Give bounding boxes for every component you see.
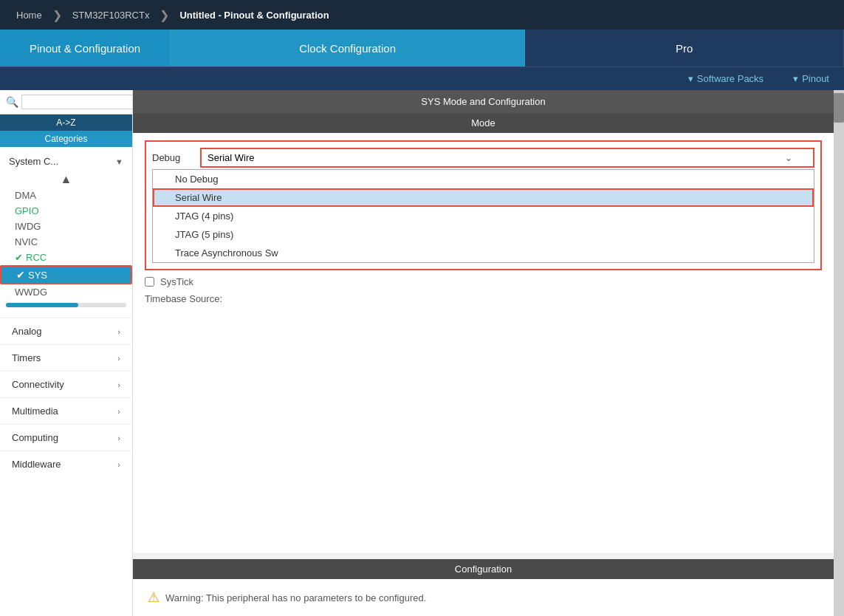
tab-bar: Pinout & Configuration Clock Configurati… [0,30,844,66]
sidebar-item-gpio[interactable]: GPIO [0,203,132,219]
subtab-pinout[interactable]: ▾ Pinout [778,67,844,91]
search-icon: 🔍 [6,96,18,108]
system-group[interactable]: System C... ▼ [0,151,132,171]
option-serial-wire[interactable]: Serial Wire [153,188,814,207]
connectivity-chevron: › [117,380,120,389]
sidebar-item-analog[interactable]: Analog › [0,318,132,344]
breadcrumb-bar: Home ❯ STM32F103RCTx ❯ Untitled - Pinout… [0,0,844,30]
sys-title-bar: SYS Mode and Configuration [133,90,834,113]
config-header: Configuration [133,559,834,579]
sidebar-item-timers[interactable]: Timers › [0,344,132,371]
content-main: SYS Mode and Configuration Mode Debug Se… [133,90,834,616]
sub-tab-bar: ▾ Software Packs ▾ Pinout [0,66,844,90]
pinout-arrow: ▾ [793,73,798,84]
debug-top: Debug Serial Wire ⌄ [152,148,814,168]
sidebar: 🔍 A->Z Categories System C... ▼ ▲ DMA GP… [0,90,133,616]
search-bar: 🔍 [0,90,132,114]
timebase-label: Timebase Source: [145,293,222,304]
systick-label: SysTick [160,276,193,287]
sidebar-item-sys[interactable]: ✔ SYS [0,265,132,284]
sidebar-item-wwdg[interactable]: WWDG [0,284,132,300]
breadcrumb-device[interactable]: STM32F103RCTx [64,0,159,30]
timers-chevron: › [117,354,120,363]
debug-select-chevron: ⌄ [785,153,792,163]
sidebar-item-rcc[interactable]: ✔RCC [0,250,132,265]
breadcrumb-home[interactable]: Home [7,0,51,30]
option-jtag-5[interactable]: JTAG (5 pins) [153,225,814,244]
debug-label: Debug [152,152,193,163]
computing-chevron: › [117,434,120,442]
sidebar-item-nvic[interactable]: NVIC [0,234,132,250]
mode-header: Mode [133,113,834,133]
sys-check-icon: ✔ [16,269,25,281]
middleware-chevron: › [117,460,120,469]
multimedia-chevron: › [117,407,120,416]
debug-select-value: Serial Wire [207,152,785,163]
sort-az-button[interactable]: A->Z [0,114,132,131]
tab-clock[interactable]: Clock Configuration [171,30,525,66]
collapse-button[interactable]: ▲ [0,171,132,188]
debug-select[interactable]: Serial Wire ⌄ [200,148,814,168]
tab-pinout[interactable]: Pinout & Configuration [0,30,171,66]
timebase-row: Timebase Source: [145,290,822,307]
warning-icon: ⚠ [148,589,159,606]
sidebar-item-computing[interactable]: Computing › [0,424,132,451]
option-no-debug[interactable]: No Debug [153,170,814,188]
option-jtag-4[interactable]: JTAG (4 pins) [153,207,814,225]
breadcrumb-sep-2: ❯ [159,8,169,22]
warning-box: ⚠ Warning: This peripheral has no parame… [133,579,834,616]
categories-button[interactable]: Categories [0,131,132,147]
software-packs-arrow: ▾ [688,73,693,84]
sidebar-item-multimedia[interactable]: Multimedia › [0,397,132,424]
search-input[interactable] [21,95,133,109]
sidebar-item-dma[interactable]: DMA [0,188,132,203]
main-layout: 🔍 A->Z Categories System C... ▼ ▲ DMA GP… [0,90,844,616]
system-items: ▲ DMA GPIO IWDG NVIC ✔RCC ✔ SYS WWDG [0,171,132,313]
breadcrumb-project[interactable]: Untitled - Pinout & Configuration [171,0,337,30]
analog-chevron: › [117,327,120,336]
system-group-chevron: ▼ [115,157,123,166]
rcc-check-icon: ✔ [15,252,23,263]
content-wrapper: SYS Mode and Configuration Mode Debug Se… [133,90,844,616]
debug-section: Debug Serial Wire ⌄ No Debug Serial Wire… [145,140,822,270]
right-scrollbar[interactable] [834,90,844,616]
system-section: System C... ▼ ▲ DMA GPIO IWDG NVIC ✔RCC … [0,147,132,318]
breadcrumb-sep-1: ❯ [52,8,62,22]
subtab-software-packs[interactable]: ▾ Software Packs [673,67,778,91]
tab-pro[interactable]: Pro [525,30,844,66]
scrollbar-thumb [834,93,844,123]
warning-text: Warning: This peripheral has no paramete… [165,592,426,603]
inner-content: Debug Serial Wire ⌄ No Debug Serial Wire… [133,133,834,553]
sidebar-item-middleware[interactable]: Middleware › [0,451,132,477]
systick-checkbox[interactable] [145,277,154,287]
system-group-label: System C... [9,156,58,167]
sys-clock-row: SysTick [145,273,822,290]
sidebar-item-connectivity[interactable]: Connectivity › [0,371,132,397]
sidebar-scrollbar-thumb [6,303,78,307]
sidebar-item-iwdg[interactable]: IWDG [0,219,132,234]
sidebar-scrollbar[interactable] [6,303,126,307]
option-trace-async[interactable]: Trace Asynchronous Sw [153,244,814,262]
debug-dropdown: No Debug Serial Wire JTAG (4 pins) JTAG … [152,169,814,263]
